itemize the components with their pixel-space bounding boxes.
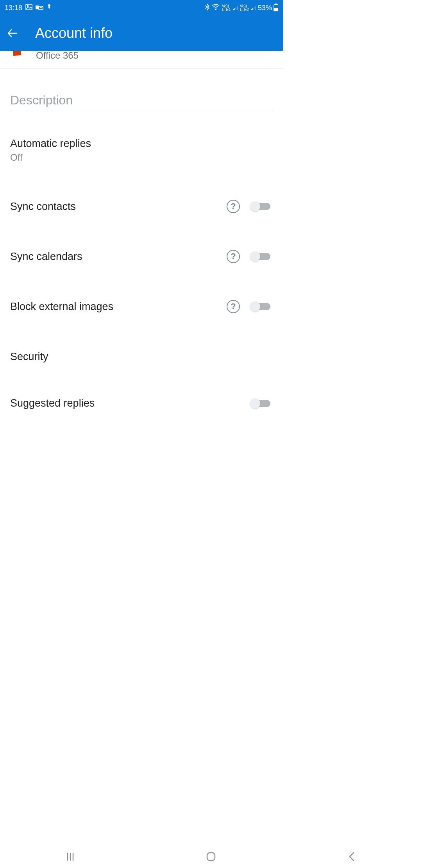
lte2-indicator: Vo))LTE2 <box>240 4 249 11</box>
app-bar: Account info <box>0 16 283 51</box>
wifi-icon <box>212 4 220 12</box>
status-bar: 13:18 Vo))LTE1 Vo))LTE2 53% <box>0 0 283 16</box>
help-icon[interactable]: ? <box>227 300 240 313</box>
block-external-images-toggle[interactable] <box>251 303 270 310</box>
lte1-indicator: Vo))LTE1 <box>222 4 231 11</box>
help-icon[interactable]: ? <box>227 250 240 263</box>
block-external-images-row: Block external images ? <box>10 300 273 313</box>
sync-contacts-label: Sync contacts <box>10 201 227 213</box>
office-icon <box>10 51 24 59</box>
security-row[interactable]: Security <box>10 351 273 363</box>
location-icon <box>46 4 52 13</box>
picture-icon <box>25 4 32 12</box>
sync-calendars-row: Sync calendars ? <box>10 250 273 263</box>
account-row[interactable]: Office 365 <box>0 51 283 69</box>
security-label: Security <box>10 351 273 363</box>
bluetooth-icon <box>205 4 209 13</box>
automatic-replies-label: Automatic replies <box>10 138 273 150</box>
battery-indicator: 53% <box>258 4 278 12</box>
signal1-icon <box>233 5 238 10</box>
svg-rect-2 <box>36 5 39 9</box>
sync-contacts-row: Sync contacts ? <box>10 200 273 213</box>
svg-point-3 <box>48 4 50 7</box>
help-icon[interactable]: ? <box>227 200 240 213</box>
sync-contacts-toggle[interactable] <box>251 203 270 210</box>
svg-point-4 <box>215 9 216 9</box>
status-time: 13:18 <box>5 4 22 12</box>
page-title: Account info <box>35 25 113 41</box>
description-field-wrap <box>10 93 273 110</box>
automatic-replies-row[interactable]: Automatic replies Off <box>10 138 273 163</box>
suggested-replies-label: Suggested replies <box>10 397 251 409</box>
account-type-label: Office 365 <box>36 51 79 61</box>
block-external-images-label: Block external images <box>10 301 227 313</box>
suggested-replies-toggle[interactable] <box>251 400 270 407</box>
sync-calendars-toggle[interactable] <box>251 253 270 260</box>
description-input[interactable] <box>10 93 273 108</box>
automatic-replies-status: Off <box>10 152 273 163</box>
battery-icon <box>274 4 278 11</box>
outlook-icon <box>36 4 43 12</box>
back-button[interactable] <box>5 26 20 40</box>
suggested-replies-row: Suggested replies <box>10 397 273 409</box>
signal2-icon <box>251 5 256 10</box>
sync-calendars-label: Sync calendars <box>10 251 227 263</box>
